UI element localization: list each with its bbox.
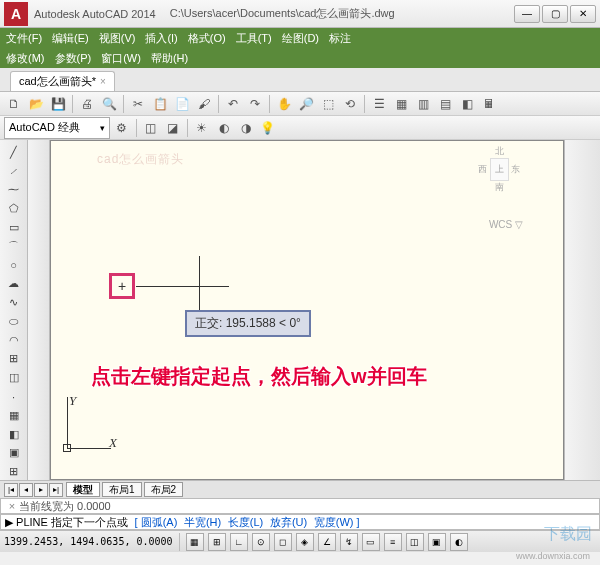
- xline-icon[interactable]: ⟋: [3, 163, 25, 180]
- properties-icon[interactable]: ☰: [369, 94, 389, 114]
- ellipse-arc-icon[interactable]: ◠: [3, 332, 25, 349]
- menu-window[interactable]: 窗口(W): [101, 51, 141, 66]
- circle-icon[interactable]: ○: [3, 257, 25, 274]
- design-center-icon[interactable]: ▦: [391, 94, 411, 114]
- tab-nav-last[interactable]: ▸|: [49, 483, 63, 497]
- preview-icon[interactable]: 🔍: [99, 94, 119, 114]
- insert-block-icon[interactable]: ⊞: [3, 351, 25, 368]
- cmd-option-length[interactable]: 长度(L): [228, 515, 263, 530]
- redo-icon[interactable]: ↷: [245, 94, 265, 114]
- document-tab[interactable]: cad怎么画箭头* ×: [10, 71, 115, 91]
- menu-draw[interactable]: 绘图(D): [282, 31, 319, 46]
- paste-icon[interactable]: 📄: [172, 94, 192, 114]
- layout-tab-model[interactable]: 模型: [66, 482, 100, 497]
- cmd-option-arc[interactable]: [ 圆弧(A): [135, 515, 178, 530]
- nav-south[interactable]: 南: [473, 181, 525, 194]
- markup-icon[interactable]: ◧: [457, 94, 477, 114]
- cmd-option-undo[interactable]: 放弃(U): [270, 515, 307, 530]
- arc-icon[interactable]: ⌒: [3, 238, 25, 255]
- polygon-icon[interactable]: ⬠: [3, 200, 25, 217]
- sc-icon[interactable]: ◐: [450, 533, 468, 551]
- table-icon[interactable]: ⊞: [3, 463, 25, 480]
- point-icon[interactable]: ·: [3, 388, 25, 405]
- pan-icon[interactable]: ✋: [274, 94, 294, 114]
- line-icon[interactable]: ╱: [3, 144, 25, 161]
- grid-icon[interactable]: ⊞: [208, 533, 226, 551]
- osnap-icon[interactable]: ◻: [274, 533, 292, 551]
- lwt-icon[interactable]: ≡: [384, 533, 402, 551]
- snap-mode-icon[interactable]: ▦: [186, 533, 204, 551]
- zoom-window-icon[interactable]: ⬚: [318, 94, 338, 114]
- command-close-icon[interactable]: ×: [5, 500, 19, 512]
- close-tab-icon[interactable]: ×: [100, 76, 106, 87]
- close-button[interactable]: ✕: [570, 5, 596, 23]
- maximize-button[interactable]: ▢: [542, 5, 568, 23]
- drawing-canvas[interactable]: cad怎么画箭头 北 西 上 东 南 WCS ▽ + 正交: 195.1588 …: [50, 140, 564, 480]
- gradient-icon[interactable]: ◧: [3, 426, 25, 443]
- tab-nav-first[interactable]: |◂: [4, 483, 18, 497]
- calc-icon[interactable]: 🖩: [479, 94, 499, 114]
- open-icon[interactable]: 📂: [26, 94, 46, 114]
- viewport-handle[interactable]: [28, 140, 50, 480]
- tpy-icon[interactable]: ◫: [406, 533, 424, 551]
- 3dosnap-icon[interactable]: ◈: [296, 533, 314, 551]
- light-icon[interactable]: 💡: [258, 118, 278, 138]
- menu-file[interactable]: 文件(F): [6, 31, 42, 46]
- zoom-prev-icon[interactable]: ⟲: [340, 94, 360, 114]
- region-icon[interactable]: ▣: [3, 445, 25, 462]
- minimize-button[interactable]: —: [514, 5, 540, 23]
- layout-tab-1[interactable]: 布局1: [102, 482, 142, 497]
- menu-insert[interactable]: 插入(I): [145, 31, 177, 46]
- save-icon[interactable]: 💾: [48, 94, 68, 114]
- cut-icon[interactable]: ✂: [128, 94, 148, 114]
- menu-tools[interactable]: 工具(T): [236, 31, 272, 46]
- view-cube[interactable]: 北 西 上 东 南: [473, 145, 525, 215]
- spline-icon[interactable]: ∿: [3, 294, 25, 311]
- polyline-icon[interactable]: ⁓: [3, 182, 25, 199]
- menu-dimension[interactable]: 标注: [329, 31, 351, 46]
- menu-format[interactable]: 格式(O): [188, 31, 226, 46]
- sun-icon[interactable]: ☀: [192, 118, 212, 138]
- material-icon[interactable]: ◑: [236, 118, 256, 138]
- command-input[interactable]: ▶ PLINE 指定下一个点或 [ 圆弧(A) 半宽(H) 长度(L) 放弃(U…: [0, 514, 600, 530]
- copy-icon[interactable]: 📋: [150, 94, 170, 114]
- layout-tab-2[interactable]: 布局2: [144, 482, 184, 497]
- hatch-icon[interactable]: ▦: [3, 407, 25, 424]
- new-icon[interactable]: 🗋: [4, 94, 24, 114]
- tab-nav-next[interactable]: ▸: [34, 483, 48, 497]
- nav-top[interactable]: 上: [490, 158, 509, 181]
- qp-icon[interactable]: ▣: [428, 533, 446, 551]
- nav-north[interactable]: 北: [473, 145, 525, 158]
- match-icon[interactable]: 🖌: [194, 94, 214, 114]
- wcs-label[interactable]: WCS ▽: [489, 219, 523, 230]
- dyn-icon[interactable]: ▭: [362, 533, 380, 551]
- render-icon[interactable]: ◐: [214, 118, 234, 138]
- print-icon[interactable]: 🖨: [77, 94, 97, 114]
- nav-west[interactable]: 西: [478, 164, 487, 174]
- menu-modify[interactable]: 修改(M): [6, 51, 45, 66]
- menu-edit[interactable]: 编辑(E): [52, 31, 89, 46]
- ducs-icon[interactable]: ↯: [340, 533, 358, 551]
- ws-save-icon[interactable]: ⚙: [112, 118, 132, 138]
- polar-icon[interactable]: ⊙: [252, 533, 270, 551]
- nav-east[interactable]: 东: [511, 164, 520, 174]
- zoom-icon[interactable]: 🔎: [296, 94, 316, 114]
- ellipse-icon[interactable]: ⬭: [3, 313, 25, 330]
- undo-icon[interactable]: ↶: [223, 94, 243, 114]
- layer-icon[interactable]: ◫: [141, 118, 161, 138]
- ortho-icon[interactable]: ∟: [230, 533, 248, 551]
- make-block-icon[interactable]: ◫: [3, 369, 25, 386]
- cmd-option-width[interactable]: 宽度(W) ]: [314, 515, 360, 530]
- sheet-icon[interactable]: ▤: [435, 94, 455, 114]
- cmd-option-halfwidth[interactable]: 半宽(H): [184, 515, 221, 530]
- layer-prev-icon[interactable]: ◪: [163, 118, 183, 138]
- rectangle-icon[interactable]: ▭: [3, 219, 25, 236]
- menu-view[interactable]: 视图(V): [99, 31, 136, 46]
- revcloud-icon[interactable]: ☁: [3, 275, 25, 292]
- workspace-selector[interactable]: AutoCAD 经典: [4, 117, 110, 139]
- menu-help[interactable]: 帮助(H): [151, 51, 188, 66]
- tab-nav-prev[interactable]: ◂: [19, 483, 33, 497]
- menu-parametric[interactable]: 参数(P): [55, 51, 92, 66]
- tool-palette-icon[interactable]: ▥: [413, 94, 433, 114]
- otrack-icon[interactable]: ∠: [318, 533, 336, 551]
